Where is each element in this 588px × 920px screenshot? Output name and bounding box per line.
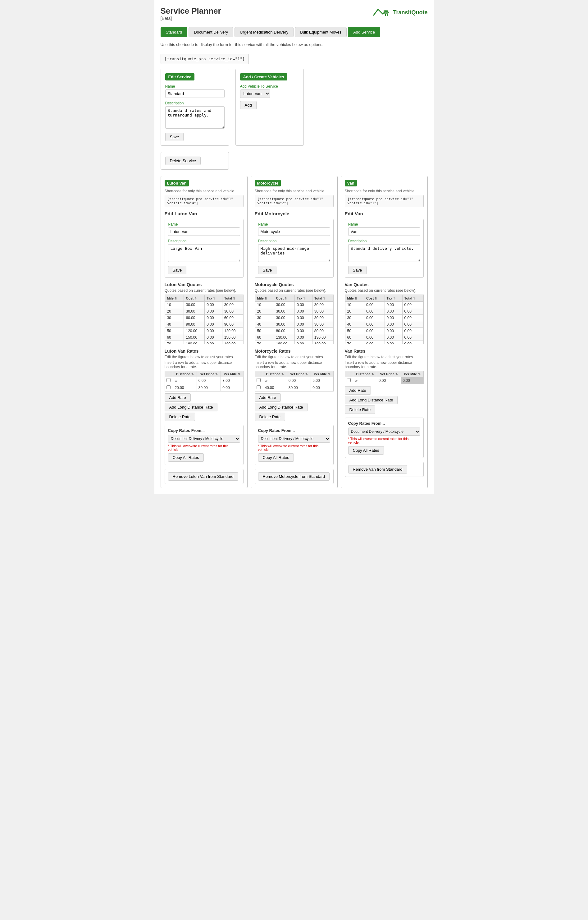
table-cell: 0.00	[402, 302, 423, 308]
name-input[interactable]	[165, 89, 225, 98]
lv-add-rate-button[interactable]: Add Rate	[165, 394, 191, 402]
van-copy-rates-note: * This will overwrite current rates for …	[348, 437, 420, 444]
table-cell: 20	[165, 308, 184, 315]
lv-name-group: Name	[168, 222, 240, 236]
table-cell: 180.00	[312, 341, 333, 345]
mc-remove-button[interactable]: Remove Motorcycle from Standard	[258, 472, 330, 481]
mc-delete-rate-button[interactable]: Delete Rate	[255, 413, 285, 421]
van-rates-subtitle: Edit the figures below to adjust your ra…	[345, 355, 424, 359]
table-cell: 70	[165, 341, 184, 345]
table-row: 50120.000.00120.00	[165, 328, 243, 334]
mc-rate-check-2[interactable]	[257, 385, 261, 389]
table-cell: 10	[165, 302, 184, 308]
van-desc-textarea[interactable]: Standard delivery vehicle.	[348, 244, 420, 262]
vehicles-row: Luton Van Shortcode for only this servic…	[160, 176, 428, 488]
mc-name-label: Name	[258, 222, 330, 227]
van-copy-all-rates-button[interactable]: Copy All Rates	[348, 446, 384, 455]
table-cell: 0.00	[295, 328, 313, 334]
mc-copy-all-rates-button[interactable]: Copy All Rates	[258, 454, 294, 462]
save-service-button[interactable]: Save	[165, 133, 184, 141]
van-rates-table: Distance ⇅ Set Price ⇅ Per Mile ⇅ ∞ 0.00…	[345, 371, 424, 384]
name-label: Name	[165, 84, 225, 89]
van-rate-row: ∞ 0.00 0.00	[345, 377, 423, 384]
delete-service-button[interactable]: Delete Service	[165, 157, 201, 165]
table-cell: 60.00	[222, 315, 243, 321]
van-rate-col-permile: Per Mile ⇅	[401, 371, 423, 377]
mc-copy-rates-box: Copy Rates From... Document Delivery / M…	[255, 425, 334, 465]
lv-rate-col-check	[165, 371, 173, 377]
van-copy-rates-select[interactable]: Document Delivery / Motorcycle Standard …	[348, 428, 420, 436]
mc-col-mile: Mile ⇅	[255, 295, 274, 302]
mc-title: Motorcycle	[255, 180, 281, 186]
lv-add-long-rate-button[interactable]: Add Long Distance Rate	[165, 403, 218, 411]
van-name-input[interactable]	[348, 227, 420, 236]
luton-van-shortcode-box: [transitquote_pro service_id="1"vehicle_…	[165, 195, 243, 207]
table-cell: 60	[345, 334, 364, 341]
van-remove-button[interactable]: Remove Van from Standard	[348, 465, 407, 473]
mc-rate-dist-2: 40.00	[263, 384, 287, 392]
van-save-button[interactable]: Save	[348, 266, 367, 274]
van-rate-check-1[interactable]	[347, 378, 351, 382]
tab-standard[interactable]: Standard	[160, 27, 188, 37]
van-add-rate-button[interactable]: Add Rate	[345, 386, 371, 395]
van-desc-group: Description Standard delivery vehicle.	[348, 239, 420, 263]
lv-desc-textarea[interactable]: Large Box Van	[168, 244, 240, 262]
mc-name-input[interactable]	[258, 227, 330, 236]
table-cell: 120.00	[184, 328, 205, 334]
mc-save-button[interactable]: Save	[258, 266, 277, 274]
mc-rate-check-1[interactable]	[257, 378, 261, 382]
mc-desc-textarea[interactable]: High speed mid-range deliveries	[258, 244, 330, 262]
table-row: 700.000.000.00	[345, 341, 423, 345]
table-cell: 130.00	[274, 334, 295, 341]
shortcode-box: [transitquote_pro service_id="1"]	[160, 54, 249, 64]
table-cell: 0.00	[384, 308, 402, 315]
lv-delete-rate-button[interactable]: Delete Rate	[165, 413, 195, 421]
mc-add-long-rate-button[interactable]: Add Long Distance Rate	[255, 403, 308, 411]
description-textarea[interactable]: Standard rates and turnaround apply.	[165, 106, 225, 129]
sort-icon: ⇅	[233, 297, 235, 300]
table-row: 1030.000.0030.00	[165, 302, 243, 308]
lv-copy-rates-select[interactable]: Document Delivery / Motorcycle Standard …	[168, 435, 240, 443]
table-cell: 90.00	[184, 321, 205, 328]
van-delete-rate-button[interactable]: Delete Rate	[345, 405, 376, 414]
table-cell: 30.00	[312, 315, 333, 321]
table-cell: 60	[255, 334, 274, 341]
luton-van-title: Luton Van	[165, 180, 189, 186]
mc-add-rate-button[interactable]: Add Rate	[255, 394, 281, 402]
table-cell: 30.00	[184, 308, 205, 315]
vehicle-select[interactable]: Luton Van Motorcycle Van Bicycle Car	[240, 89, 270, 98]
table-cell: 180.00	[184, 341, 205, 345]
table-cell: 0.00	[402, 315, 423, 321]
lv-rate-col-dist: Distance ⇅	[173, 371, 197, 377]
table-cell: 30.00	[312, 302, 333, 308]
van-add-long-rate-button[interactable]: Add Long Distance Rate	[345, 396, 398, 404]
table-row: 1030.000.0030.00	[255, 302, 333, 308]
tab-document-delivery[interactable]: Document Delivery	[188, 27, 233, 37]
header-title: Service Planner [Beta]	[160, 6, 221, 21]
van-edit-title: Edit Van	[345, 211, 424, 216]
table-row: 60130.000.00130.00	[255, 334, 333, 341]
table-cell: 30.00	[222, 308, 243, 315]
table-cell: 0.00	[384, 341, 402, 345]
lv-save-button[interactable]: Save	[168, 266, 187, 274]
lv-rate-check-2[interactable]	[167, 385, 170, 389]
table-row: 300.000.000.00	[345, 315, 423, 321]
mc-quotes-table: Mile ⇅ Cost ⇅ Tax ⇅ Total ⇅ 1030.000.003…	[255, 295, 333, 344]
lv-col-mile: Mile ⇅	[165, 295, 184, 302]
mc-copy-rates-select[interactable]: Document Delivery / Motorcycle Standard …	[258, 435, 330, 443]
lv-remove-button[interactable]: Remove Luton Van from Standard	[168, 472, 238, 481]
lv-rate-check-1[interactable]	[167, 378, 170, 382]
lv-copy-all-rates-button[interactable]: Copy All Rates	[168, 454, 204, 462]
mc-remove-box: Remove Motorcycle from Standard	[255, 469, 334, 484]
tab-add-service[interactable]: Add Service	[348, 27, 380, 37]
page-title: Service Planner	[160, 6, 221, 16]
tab-bulk-equipment[interactable]: Bulk Equipment Moves	[295, 27, 347, 37]
table-cell: 30.00	[184, 302, 205, 308]
table-cell: 30	[345, 315, 364, 321]
van-shortcode-label: Shortcode for only this service and vehi…	[345, 189, 424, 193]
lv-name-input[interactable]	[168, 227, 240, 236]
tab-urgent-medication[interactable]: Urgent Medication Delivery	[235, 27, 293, 37]
add-vehicle-button[interactable]: Add	[240, 101, 257, 109]
table-row: 2030.000.0030.00	[165, 308, 243, 315]
vehicle-col-luton-van: Luton Van Shortcode for only this servic…	[160, 176, 248, 488]
